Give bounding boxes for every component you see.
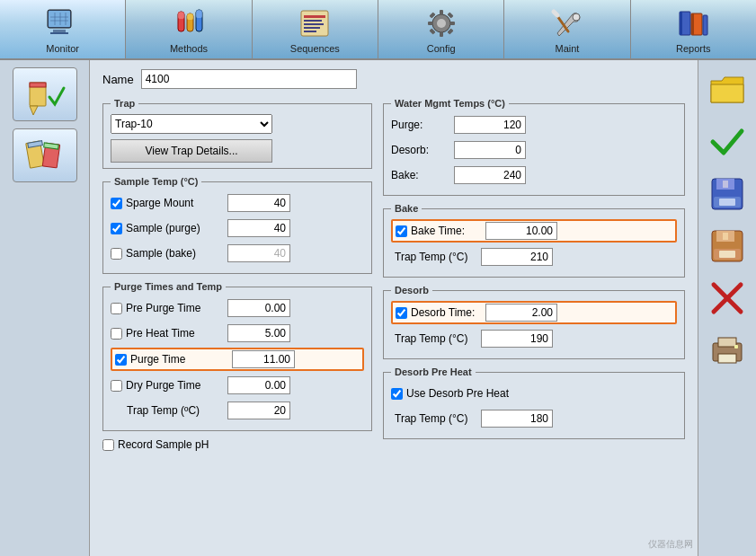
svg-rect-3 [50, 32, 68, 34]
svg-rect-26 [449, 22, 455, 25]
purge-time-checkbox[interactable] [115, 354, 127, 366]
svg-rect-38 [691, 13, 694, 35]
right-sidebar [698, 60, 756, 556]
record-ph-checkbox[interactable] [102, 439, 114, 451]
water-mgmt-content: Purge: Desorb: Bake: [391, 114, 677, 186]
desorb-pre-heat-title: Desorb Pre Heat [391, 366, 476, 377]
bake-content: Bake Time: Trap Temp (°C) [391, 219, 677, 268]
svg-rect-19 [304, 27, 320, 29]
bake-trap-temp-label: Trap Temp (°C) [391, 251, 481, 263]
sample-bake-checkbox[interactable] [111, 248, 122, 260]
nav-config[interactable]: Config [378, 0, 504, 58]
use-desorb-pre-heat-label: Use Desorb Pre Heat [391, 387, 509, 400]
desorb-group: Desorb Desorb Time: Trap Tem [383, 285, 685, 359]
desorb-trap-temp-value[interactable] [481, 330, 553, 348]
trap-select-row: Trap-10 Trap-1 Trap-2 [111, 114, 364, 134]
svg-rect-14 [196, 10, 202, 18]
checkmark-button[interactable] [705, 119, 750, 164]
monitor-icon [45, 5, 81, 41]
dry-purge-time-value[interactable] [227, 376, 290, 394]
nav-reports[interactable]: Reports [631, 0, 756, 58]
nav-sequences[interactable]: Sequences [253, 0, 378, 58]
purge-time-value[interactable] [232, 350, 295, 368]
pre-heat-time-checkbox[interactable] [111, 328, 122, 340]
bake-time-row: Bake Time: [391, 219, 677, 243]
water-mgmt-desorb-label: Desorb: [391, 144, 454, 156]
cancel-button[interactable] [705, 276, 750, 321]
desorb-time-checkbox[interactable] [396, 307, 407, 319]
pre-purge-time-value[interactable] [227, 299, 290, 317]
save-brown-button[interactable] [705, 224, 750, 269]
use-desorb-pre-heat-checkbox[interactable] [391, 388, 403, 400]
svg-rect-50 [719, 199, 735, 206]
name-input[interactable] [141, 69, 357, 89]
sample-temp-content: Sparge Mount Sample (purge) [111, 192, 364, 264]
pre-purge-time-checkbox[interactable] [111, 303, 122, 314]
sample-purge-value[interactable] [227, 219, 290, 237]
water-mgmt-desorb-value[interactable] [454, 141, 526, 159]
sidebar-btn-1[interactable] [13, 67, 77, 121]
water-mgmt-group: Water Mgmt Temps (°C) Purge: Desorb: [383, 98, 685, 196]
svg-point-22 [437, 19, 446, 28]
nav-bar: Monitor Methods [0, 0, 756, 60]
nav-monitor[interactable]: Monitor [0, 0, 126, 58]
pre-heat-time-value[interactable] [227, 324, 290, 342]
trap-title: Trap [111, 98, 138, 109]
desorb-pre-heat-trap-temp-row: Trap Temp (°C) [391, 408, 677, 429]
purge-times-content: Pre Purge Time Pre Heat Time [111, 297, 364, 421]
svg-rect-24 [440, 31, 443, 37]
pre-heat-time-label: Pre Heat Time [111, 327, 227, 340]
bake-time-value[interactable] [485, 222, 557, 240]
svg-rect-36 [703, 15, 707, 35]
nav-methods[interactable]: Methods [126, 0, 252, 58]
desorb-trap-temp-row: Trap Temp (°C) [391, 328, 677, 349]
svg-rect-2 [53, 30, 66, 32]
water-mgmt-purge-value[interactable] [454, 116, 526, 134]
sample-bake-value[interactable] [227, 244, 290, 262]
dry-purge-time-checkbox[interactable] [111, 380, 122, 392]
svg-rect-20 [304, 31, 316, 32]
svg-line-33 [554, 12, 557, 15]
trap-temp-purge-value[interactable] [227, 402, 290, 419]
print-button[interactable] [705, 328, 750, 373]
svg-rect-25 [428, 22, 433, 25]
purge-times-group: Purge Times and Temp Pre Purge Time [102, 281, 372, 431]
dry-purge-time-row: Dry Purge Time [111, 375, 364, 396]
use-desorb-pre-heat-row: Use Desorb Pre Heat [391, 383, 677, 404]
dry-purge-time-label: Dry Purge Time [111, 379, 227, 392]
sidebar-btn-2[interactable] [13, 128, 77, 182]
bake-trap-temp-value[interactable] [481, 248, 553, 266]
config-icon [423, 5, 459, 41]
nav-monitor-label: Monitor [46, 43, 79, 54]
trap-content: Trap-10 Trap-1 Trap-2 View Trap Details.… [111, 114, 364, 163]
view-trap-details-button[interactable]: View Trap Details... [111, 139, 272, 163]
folder-button[interactable] [705, 67, 750, 112]
desorb-time-value[interactable] [485, 304, 557, 322]
water-mgmt-bake-label: Bake: [391, 169, 454, 181]
nav-maint[interactable]: Maint [504, 0, 630, 58]
water-mgmt-bake-value[interactable] [454, 166, 526, 184]
save-blue-button[interactable] [705, 172, 750, 216]
svg-rect-16 [304, 15, 325, 18]
sample-temp-group: Sample Temp (°C) Sparge Mount [102, 176, 372, 274]
nav-maint-label: Maint [556, 43, 580, 54]
svg-marker-41 [30, 106, 38, 115]
sparge-mount-value[interactable] [227, 194, 290, 212]
svg-rect-59 [718, 338, 736, 347]
trap-select[interactable]: Trap-10 Trap-1 Trap-2 [111, 114, 272, 134]
desorb-pre-heat-trap-temp-value[interactable] [481, 410, 553, 428]
sparge-mount-checkbox[interactable] [111, 198, 122, 209]
two-col-layout: Trap Trap-10 Trap-1 Trap-2 View Trap Det… [102, 98, 685, 451]
name-row: Name [102, 69, 685, 89]
pre-purge-time-row: Pre Purge Time [111, 297, 364, 319]
left-column: Trap Trap-10 Trap-1 Trap-2 View Trap Det… [102, 98, 372, 451]
nav-reports-label: Reports [676, 43, 711, 54]
pre-purge-time-label: Pre Purge Time [111, 302, 227, 314]
record-ph-label: Record Sample pH [118, 438, 209, 451]
bake-time-checkbox[interactable] [396, 225, 407, 237]
sample-purge-checkbox[interactable] [111, 223, 122, 234]
svg-rect-23 [440, 10, 443, 15]
desorb-pre-heat-trap-temp-label: Trap Temp (°C) [391, 412, 481, 425]
pre-heat-time-row: Pre Heat Time [111, 322, 364, 344]
svg-rect-40 [30, 83, 46, 87]
